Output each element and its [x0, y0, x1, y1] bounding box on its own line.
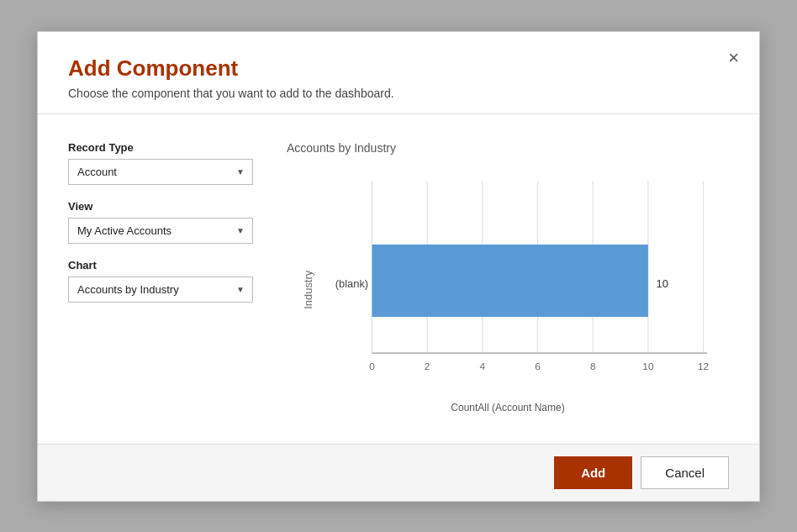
- close-button[interactable]: ×: [728, 49, 739, 67]
- bar-category-label: (blank): [335, 277, 368, 289]
- view-select[interactable]: My Active Accounts: [68, 218, 253, 244]
- cancel-button[interactable]: Cancel: [641, 456, 729, 489]
- right-panel: Accounts by Industry Industry: [287, 141, 729, 427]
- view-group: View My Active Accounts: [68, 200, 253, 244]
- left-panel: Record Type Account View My Active Accou…: [68, 141, 253, 427]
- bar-blank: [372, 244, 647, 316]
- chart-title: Accounts by Industry: [287, 141, 729, 155]
- modal-footer: Add Cancel: [38, 444, 759, 501]
- record-type-select[interactable]: Account: [68, 159, 253, 185]
- svg-text:10: 10: [642, 360, 654, 371]
- x-axis-label: CountAll (Account Name): [287, 402, 729, 413]
- svg-text:0: 0: [369, 360, 375, 371]
- svg-text:2: 2: [425, 360, 430, 371]
- record-type-group: Record Type Account: [68, 141, 253, 185]
- modal-body: Record Type Account View My Active Accou…: [38, 114, 759, 444]
- chart-label: Chart: [68, 259, 253, 271]
- svg-text:6: 6: [535, 360, 541, 371]
- record-type-label: Record Type: [68, 141, 253, 154]
- svg-text:4: 4: [480, 360, 486, 371]
- chart-area: Industry: [287, 163, 729, 427]
- svg-text:8: 8: [590, 360, 596, 371]
- modal-dialog: Add Component Choose the component that …: [37, 31, 760, 502]
- modal-header: Add Component Choose the component that …: [38, 32, 759, 114]
- bar-value-label: 10: [657, 277, 668, 289]
- chart-group: Chart Accounts by Industry: [68, 259, 253, 303]
- chart-select-wrapper[interactable]: Accounts by Industry: [68, 277, 253, 303]
- y-axis-label: Industry: [302, 270, 314, 308]
- chart-svg: Industry: [287, 163, 729, 398]
- modal-overlay: Add Component Choose the component that …: [0, 0, 797, 532]
- svg-text:12: 12: [698, 360, 709, 371]
- view-label: View: [68, 200, 253, 213]
- chart-select[interactable]: Accounts by Industry: [68, 277, 253, 303]
- modal-title: Add Component: [68, 55, 729, 82]
- record-type-select-wrapper[interactable]: Account: [68, 159, 253, 185]
- modal-subtitle: Choose the component that you want to ad…: [68, 87, 729, 100]
- add-button[interactable]: Add: [554, 456, 632, 489]
- view-select-wrapper[interactable]: My Active Accounts: [68, 218, 253, 244]
